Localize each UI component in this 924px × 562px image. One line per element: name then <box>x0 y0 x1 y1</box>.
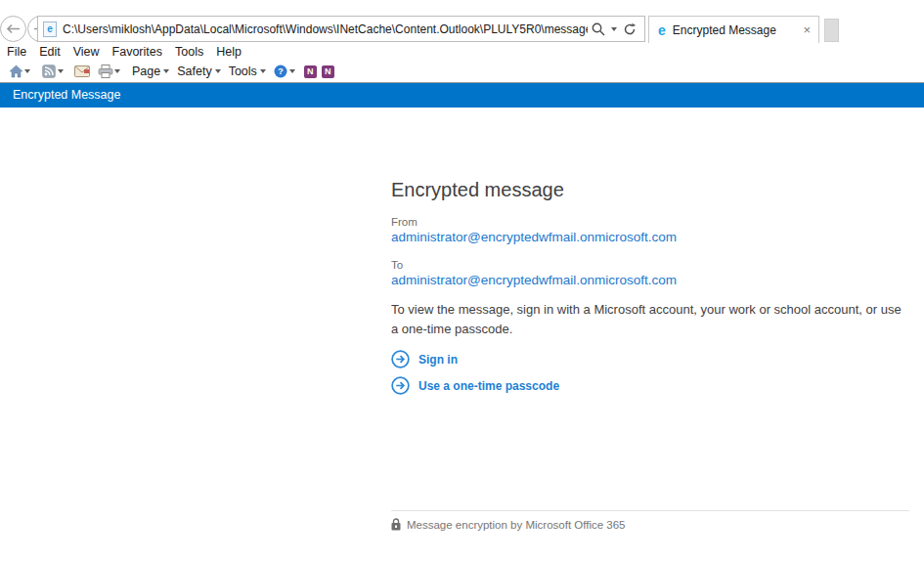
address-url[interactable]: C:\Users\miklosh\AppData\Local\Microsoft… <box>63 22 588 36</box>
feeds-icon[interactable] <box>40 64 58 79</box>
page-favicon-icon: e <box>43 22 57 37</box>
refresh-icon[interactable] <box>623 22 637 36</box>
tools-dropdown-caret-icon[interactable] <box>260 69 266 73</box>
address-bar[interactable]: e C:\Users\miklosh\AppData\Local\Microso… <box>37 16 645 42</box>
to-email-link[interactable]: administrator@encryptedwfmail.onmicrosof… <box>391 273 677 287</box>
safety-dropdown-caret-icon[interactable] <box>215 69 221 73</box>
page-footer: Message encryption by Microsoft Office 3… <box>391 518 626 531</box>
address-bar-tools <box>588 22 644 36</box>
menu-bar: File Edit View Favorites Tools Help <box>0 43 242 61</box>
from-label: From <box>391 216 418 228</box>
home-icon[interactable] <box>7 64 24 79</box>
tab-close-icon[interactable]: × <box>795 22 818 37</box>
new-tab-button[interactable] <box>824 19 839 42</box>
browser-chrome: e C:\Users\miklosh\AppData\Local\Microso… <box>0 0 924 83</box>
feeds-dropdown-caret-icon[interactable] <box>58 69 64 73</box>
one-time-passcode-button[interactable]: Use a one-time passcode <box>391 376 559 395</box>
instructions-text: To view the message, sign in with a Micr… <box>391 300 904 339</box>
onenote-linked-notes-icon[interactable]: N <box>322 65 334 78</box>
ie-logo-icon: e <box>658 23 666 37</box>
print-dropdown-caret-icon[interactable] <box>114 69 120 73</box>
banner-title: Encrypted Message <box>13 83 120 108</box>
back-arrow-icon <box>6 23 21 34</box>
help-dropdown-caret-icon[interactable] <box>289 69 295 73</box>
safety-menu-button[interactable]: Safety <box>177 65 211 78</box>
lock-icon <box>391 518 401 531</box>
svg-text:?: ? <box>278 66 284 76</box>
print-icon[interactable] <box>97 64 114 79</box>
menu-tools[interactable]: Tools <box>175 45 203 59</box>
one-time-passcode-label: Use a one-time passcode <box>418 379 559 393</box>
sign-in-label: Sign in <box>418 353 458 367</box>
footer-text: Message encryption by Microsoft Office 3… <box>407 519 626 531</box>
page-title: Encrypted message <box>391 179 564 201</box>
arrow-circle-icon <box>391 350 410 368</box>
browser-tab[interactable]: e Encrypted Message × <box>648 16 819 43</box>
menu-edit[interactable]: Edit <box>39 45 61 59</box>
menu-view[interactable]: View <box>73 45 100 59</box>
search-dropdown-caret-icon[interactable] <box>611 27 617 31</box>
command-toolbar: Page Safety Tools ? N N <box>0 61 334 82</box>
arrow-circle-icon <box>391 376 410 395</box>
tab-title: Encrypted Message <box>673 23 796 37</box>
encrypted-message-banner: Encrypted Message <box>0 83 924 108</box>
browser-window: e C:\Users\miklosh\AppData\Local\Microso… <box>0 0 924 562</box>
help-icon[interactable]: ? <box>272 64 289 79</box>
page-menu-button[interactable]: Page <box>132 65 160 78</box>
home-dropdown-caret-icon[interactable] <box>24 69 30 73</box>
menu-help[interactable]: Help <box>216 45 242 59</box>
page-dropdown-caret-icon[interactable] <box>163 69 169 73</box>
sign-in-button[interactable]: Sign in <box>391 350 458 368</box>
from-email-link[interactable]: administrator@encryptedwfmail.onmicrosof… <box>391 230 677 244</box>
back-button[interactable] <box>0 16 26 42</box>
menu-favorites[interactable]: Favorites <box>112 45 162 59</box>
tools-menu-button[interactable]: Tools <box>229 65 257 78</box>
search-icon[interactable] <box>592 22 605 36</box>
menu-file[interactable]: File <box>7 45 26 59</box>
read-mail-icon[interactable] <box>73 64 91 79</box>
footer-divider <box>391 510 909 511</box>
send-to-onenote-icon[interactable]: N <box>304 65 317 78</box>
to-label: To <box>391 259 403 271</box>
